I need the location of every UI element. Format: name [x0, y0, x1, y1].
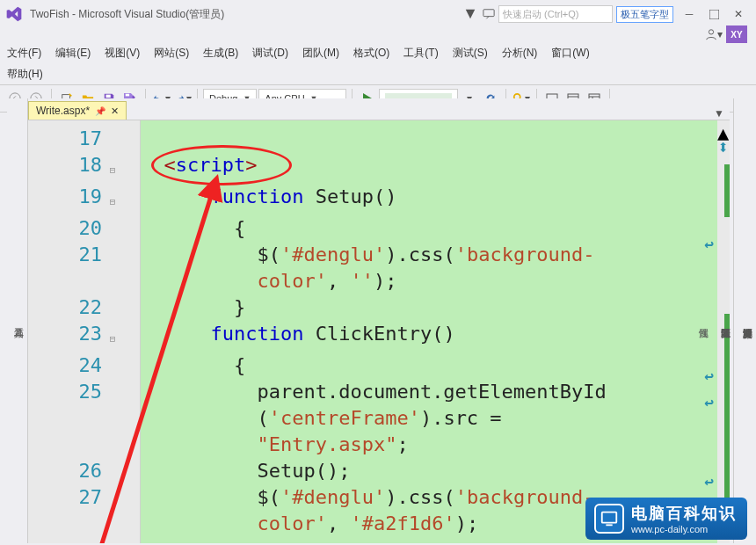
fold-icon[interactable]: [107, 432, 118, 437]
menu-build[interactable]: 生成(B): [203, 46, 238, 61]
code-line[interactable]: 21 $('#denglu').css('background-: [28, 242, 717, 268]
code-line[interactable]: 26 Setup();: [28, 458, 717, 484]
scroll-up-icon[interactable]: ▲: [717, 122, 728, 133]
menu-test[interactable]: 测试(S): [453, 46, 488, 61]
code-line[interactable]: 24 {: [28, 352, 717, 379]
code-line[interactable]: 18⊟ <script>: [28, 152, 717, 184]
code-editor[interactable]: ▲ ⬍ 1718⊟ <script>19⊟ function Setup()20…: [28, 120, 730, 543]
fold-icon[interactable]: [107, 242, 118, 247]
scrollbar-annotation[interactable]: ▲ ⬍: [717, 120, 730, 543]
code-text[interactable]: $('#denglu').css('background-: [141, 242, 717, 268]
wrap-glyph-icon: ↩: [704, 472, 714, 490]
notifications-icon[interactable]: [464, 8, 476, 20]
code-line[interactable]: 20 {: [28, 215, 717, 242]
menu-debug[interactable]: 调试(D): [252, 46, 288, 61]
watermark-icon: [594, 504, 624, 534]
code-text[interactable]: <script>: [141, 152, 717, 178]
fold-icon[interactable]: [107, 352, 118, 358]
menu-analyze[interactable]: 分析(N): [502, 46, 538, 61]
code-text[interactable]: }: [141, 294, 717, 321]
code-text[interactable]: function ClickEntry(): [141, 321, 717, 347]
fold-icon[interactable]: [107, 215, 118, 221]
fold-icon[interactable]: [107, 484, 118, 490]
wrap-glyph-icon: ↩: [704, 235, 714, 253]
code-line[interactable]: "Entry.aspx";: [28, 432, 717, 458]
menu-help[interactable]: 帮助(H): [7, 67, 43, 82]
line-number: 20: [28, 215, 107, 242]
line-number: 22: [28, 294, 107, 321]
fold-icon[interactable]: [107, 268, 118, 273]
code-line[interactable]: 22 }: [28, 294, 717, 321]
svg-rect-16: [602, 512, 617, 523]
fold-icon[interactable]: [107, 405, 118, 411]
fold-icon[interactable]: [107, 126, 118, 131]
split-icon[interactable]: ⬍: [717, 136, 728, 147]
menu-bar: 文件(F) 编辑(E) 视图(V) 网站(S) 生成(B) 调试(D) 团队(M…: [0, 42, 756, 63]
menu-view[interactable]: 视图(V): [105, 46, 140, 61]
svg-rect-0: [483, 10, 494, 17]
line-number: 17: [28, 126, 107, 152]
code-text[interactable]: "Entry.aspx";: [141, 432, 717, 458]
fold-icon[interactable]: [107, 458, 118, 463]
ime-indicator[interactable]: 极五笔字型: [616, 6, 673, 23]
user-badge[interactable]: XY: [726, 25, 747, 43]
line-number: 27: [28, 484, 107, 511]
svg-point-2: [709, 30, 713, 34]
line-number: 25: [28, 379, 107, 405]
fold-icon[interactable]: [107, 294, 118, 300]
pin-icon[interactable]: 📌: [95, 106, 105, 116]
menu-format[interactable]: 格式(O): [353, 46, 389, 61]
code-text[interactable]: Setup();: [141, 458, 717, 484]
window-title: TwoFish - Microsoft Visual Studio(管理员): [30, 7, 224, 22]
watermark: 电脑百科知识 www.pc-daily.com: [585, 498, 747, 540]
code-text[interactable]: ('centreFrame').src =: [141, 405, 717, 432]
fold-icon[interactable]: ⊟: [107, 184, 118, 215]
menu-file[interactable]: 文件(F): [7, 46, 41, 61]
code-text[interactable]: {: [141, 352, 717, 379]
menu-window[interactable]: 窗口(W): [551, 46, 589, 61]
toolbox-panel-tab[interactable]: 工具箱: [7, 98, 28, 543]
svg-rect-6: [106, 95, 111, 98]
code-line[interactable]: ('centreFrame').src =: [28, 405, 717, 432]
menu-tools[interactable]: 工具(T): [403, 46, 438, 61]
close-button[interactable]: ✕: [727, 6, 750, 22]
tab-overflow-button[interactable]: ▼: [709, 107, 730, 120]
minimize-button[interactable]: ─: [678, 6, 701, 22]
wrap-glyph-icon: ↩: [704, 367, 714, 385]
visual-studio-icon: [5, 5, 23, 23]
fold-icon[interactable]: ⊟: [107, 152, 118, 184]
close-tab-icon[interactable]: ✕: [111, 105, 119, 117]
code-line[interactable]: 19⊟ function Setup(): [28, 184, 717, 215]
code-text[interactable]: function Setup(): [141, 184, 717, 210]
fold-icon[interactable]: [107, 511, 118, 516]
document-area: 工具箱 Write.aspx* 📌 ✕ ▼ ▲ ⬍ 1718⊟ <script>…: [7, 98, 730, 543]
tab-title: Write.aspx*: [36, 105, 90, 117]
code-line[interactable]: color', '');: [28, 268, 717, 294]
menu-team[interactable]: 团队(M): [302, 46, 339, 61]
code-text[interactable]: parent.document.getElementById: [141, 379, 717, 405]
fold-icon[interactable]: [107, 379, 118, 384]
svg-rect-7: [126, 94, 129, 97]
menu-edit[interactable]: 编辑(E): [55, 46, 91, 61]
line-number: 23: [28, 321, 107, 347]
maximize-button[interactable]: [702, 6, 725, 22]
svg-rect-17: [606, 524, 612, 526]
title-bar: TwoFish - Microsoft Visual Studio(管理员) 快…: [0, 0, 756, 26]
quick-launch-input[interactable]: 快速启动 (Ctrl+Q): [498, 5, 613, 23]
right-dock: 解决方案资源管理器 团队资源管理器 属性: [733, 98, 756, 543]
document-tabs: Write.aspx* 📌 ✕ ▼: [28, 98, 730, 120]
watermark-title: 电脑百科知识: [631, 503, 737, 524]
code-line[interactable]: 25 parent.document.getElementById: [28, 379, 717, 405]
menu-website[interactable]: 网站(S): [154, 46, 189, 61]
code-line[interactable]: 17: [28, 126, 717, 152]
fold-icon[interactable]: ⊟: [107, 321, 118, 352]
feedback-icon[interactable]: [482, 8, 496, 20]
menu-bar-row2: 帮助(H): [0, 63, 756, 84]
code-text[interactable]: {: [141, 215, 717, 242]
code-line[interactable]: 23⊟ function ClickEntry(): [28, 321, 717, 352]
account-icon[interactable]: ▾: [705, 25, 723, 43]
code-text[interactable]: color', '');: [141, 268, 717, 294]
document-tab-active[interactable]: Write.aspx* 📌 ✕: [28, 101, 127, 120]
wrap-glyph-icon: ↩: [704, 393, 714, 411]
svg-rect-1: [709, 10, 719, 19]
